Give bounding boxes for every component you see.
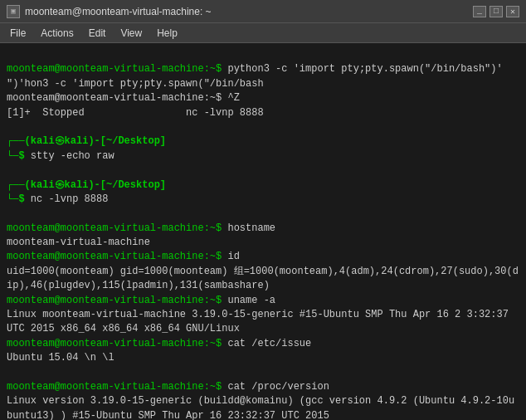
title-bar-left: ▣ moonteam@moonteam-virtual-machine: ~ xyxy=(7,5,212,18)
window-icon: ▣ xyxy=(7,5,20,18)
prompt-2: moonteam@moonteam-virtual-machine:~$ xyxy=(7,222,227,234)
menu-bar: File Actions Edit View Help xyxy=(0,23,526,43)
maximize-button[interactable]: □ xyxy=(489,6,503,17)
title-bar-controls: _ □ ✕ xyxy=(473,6,519,17)
title-bar: ▣ moonteam@moonteam-virtual-machine: ~ _… xyxy=(0,0,526,23)
menu-help[interactable]: Help xyxy=(150,26,184,41)
prompt: moonteam@moonteam-virtual-machine:~$ xyxy=(7,63,227,75)
prompt-5: moonteam@moonteam-virtual-machine:~$ xyxy=(7,338,227,349)
minimize-button[interactable]: _ xyxy=(473,6,486,17)
prompt-6: moonteam@moonteam-virtual-machine:~$ xyxy=(7,381,227,393)
prompt-4: moonteam@moonteam-virtual-machine:~$ xyxy=(7,295,227,306)
title-bar-title: moonteam@moonteam-virtual-machine: ~ xyxy=(25,6,212,17)
close-button[interactable]: ✕ xyxy=(506,6,519,17)
menu-view[interactable]: View xyxy=(114,26,149,41)
menu-file[interactable]: File xyxy=(3,26,32,41)
menu-edit[interactable]: Edit xyxy=(82,26,113,41)
terminal-output[interactable]: moonteam@moonteam-virtual-machine:~$ pyt… xyxy=(0,43,526,420)
prompt-3: moonteam@moonteam-virtual-machine:~$ xyxy=(7,251,227,262)
menu-actions[interactable]: Actions xyxy=(34,26,80,41)
